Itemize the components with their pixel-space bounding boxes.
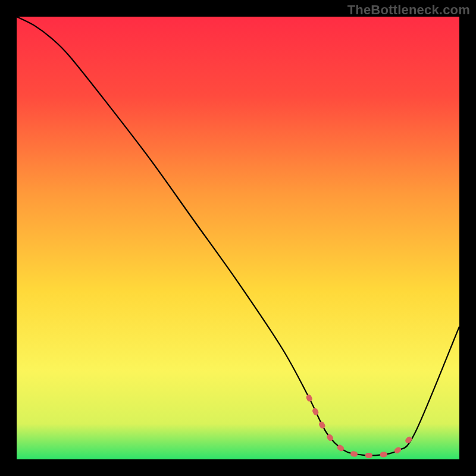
watermark: TheBottleneck.com	[347, 2, 470, 18]
chart-container: TheBottleneck.com	[0, 0, 476, 476]
plot-area	[17, 17, 459, 459]
bottleneck-chart	[0, 0, 476, 476]
